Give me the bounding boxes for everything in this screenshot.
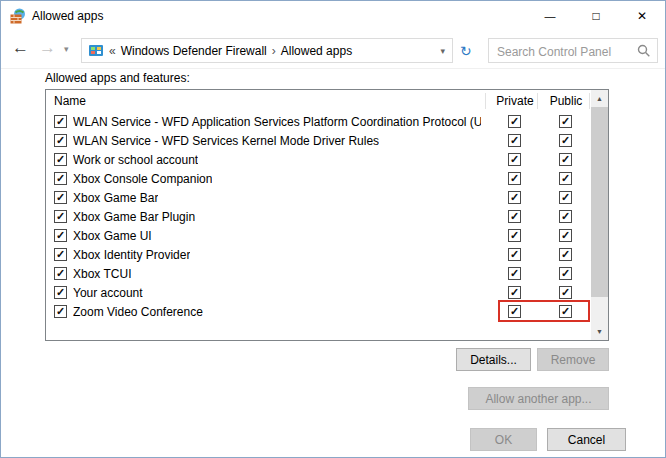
app-name-label: Xbox Game Bar [73,191,158,205]
column-header-name[interactable]: Name [54,94,86,108]
allowed-apps-window: Allowed apps — □ ✕ ← → ▾ « Windows Defen… [0,0,666,458]
maximize-button[interactable]: □ [573,1,619,31]
firewall-app-icon [10,8,26,24]
app-name-label: Work or school account [73,153,198,167]
app-enabled-checkbox[interactable]: ✓ [54,172,67,185]
allow-another-app-button[interactable]: Allow another app... [468,387,609,410]
list-item[interactable]: ✓ Xbox Identity Provider ✓ ✓ [46,245,591,264]
public-checkbox[interactable]: ✓ [559,305,572,318]
vertical-scrollbar[interactable]: ▲ ▼ [591,90,608,340]
refresh-icon[interactable]: ↻ [460,43,472,59]
list-item[interactable]: ✓ Xbox TCUI ✓ ✓ [46,264,591,283]
private-checkbox[interactable]: ✓ [508,248,521,261]
navigation-bar: ← → ▾ « Windows Defender Firewall › Allo… [1,31,665,69]
app-name-label: Xbox Game Bar Plugin [73,210,195,224]
public-checkbox[interactable]: ✓ [559,191,572,204]
public-checkbox[interactable]: ✓ [559,229,572,242]
private-checkbox[interactable]: ✓ [508,286,521,299]
scrollbar-thumb[interactable] [591,107,608,297]
app-name-label: Xbox Identity Provider [73,248,190,262]
close-button[interactable]: ✕ [619,1,665,31]
list-item[interactable]: ✓ WLAN Service - WFD Application Service… [46,112,591,131]
search-icon [637,44,651,58]
remove-button[interactable]: Remove [537,348,609,371]
scroll-down-icon[interactable]: ▼ [591,323,608,340]
private-checkbox[interactable]: ✓ [508,191,521,204]
app-enabled-checkbox[interactable]: ✓ [54,248,67,261]
search-box [488,38,658,63]
public-checkbox[interactable]: ✓ [559,153,572,166]
breadcrumb-icon [88,43,104,59]
list-item[interactable]: ✓ WLAN Service - WFD Services Kernel Mod… [46,131,591,150]
public-checkbox[interactable]: ✓ [559,172,572,185]
public-checkbox[interactable]: ✓ [559,115,572,128]
private-checkbox[interactable]: ✓ [508,229,521,242]
public-checkbox[interactable]: ✓ [559,134,572,147]
app-enabled-checkbox[interactable]: ✓ [54,191,67,204]
app-name-label: WLAN Service - WFD Services Kernel Mode … [73,134,379,148]
section-label: Allowed apps and features: [45,71,190,85]
column-header-public[interactable]: Public [540,94,592,108]
title-bar[interactable]: Allowed apps — □ ✕ [1,1,665,31]
list-item[interactable]: ✓ Xbox Game UI ✓ ✓ [46,226,591,245]
public-checkbox[interactable]: ✓ [559,248,572,261]
breadcrumb-dropdown-icon[interactable]: ▾ [440,46,445,56]
list-item[interactable]: ✓ Xbox Game Bar ✓ ✓ [46,188,591,207]
breadcrumb-item-firewall[interactable]: Windows Defender Firewall [121,44,267,58]
public-checkbox[interactable]: ✓ [559,210,572,223]
app-name-label: Zoom Video Conference [73,305,203,319]
app-name-label: Xbox Console Companion [73,172,212,186]
private-checkbox[interactable]: ✓ [508,172,521,185]
list-item[interactable]: ✓ Xbox Console Companion ✓ ✓ [46,169,591,188]
app-enabled-checkbox[interactable]: ✓ [54,153,67,166]
app-enabled-checkbox[interactable]: ✓ [54,286,67,299]
private-checkbox[interactable]: ✓ [508,115,521,128]
breadcrumb[interactable]: « Windows Defender Firewall › Allowed ap… [81,38,453,63]
cancel-button[interactable]: Cancel [547,428,626,451]
ok-button[interactable]: OK [470,428,537,451]
app-name-label: Xbox TCUI [73,267,131,281]
private-checkbox[interactable]: ✓ [508,153,521,166]
app-enabled-checkbox[interactable]: ✓ [54,115,67,128]
history-dropdown-icon[interactable]: ▾ [64,44,69,54]
app-enabled-checkbox[interactable]: ✓ [54,267,67,280]
column-divider [589,93,590,109]
list-item[interactable]: ✓ Work or school account ✓ ✓ [46,150,591,169]
app-enabled-checkbox[interactable]: ✓ [54,134,67,147]
forward-button[interactable]: → [39,38,56,58]
breadcrumb-overflow-icon[interactable]: « [109,44,116,58]
app-name-label: Your account [73,286,143,300]
private-checkbox[interactable]: ✓ [508,267,521,280]
column-divider [537,93,538,109]
list-item[interactable]: ✓ Xbox Game Bar Plugin ✓ ✓ [46,207,591,226]
details-button[interactable]: Details... [456,348,531,371]
app-name-label: Xbox Game UI [73,229,152,243]
app-enabled-checkbox[interactable]: ✓ [54,305,67,318]
back-button[interactable]: ← [12,38,29,58]
window-title: Allowed apps [32,9,103,23]
public-checkbox[interactable]: ✓ [559,286,572,299]
column-header-private[interactable]: Private [489,94,541,108]
allowed-apps-list: Name Private Public ✓ WLAN Service - WFD… [45,89,609,341]
list-item[interactable]: ✓ Your account ✓ ✓ [46,283,591,302]
breadcrumb-item-allowed-apps[interactable]: Allowed apps [281,44,352,58]
breadcrumb-separator-icon: › [272,44,276,58]
private-checkbox[interactable]: ✓ [508,305,521,318]
list-item[interactable]: ✓ Zoom Video Conference ✓ ✓ [46,302,591,321]
app-list-rows: ✓ WLAN Service - WFD Application Service… [46,112,591,340]
private-checkbox[interactable]: ✓ [508,134,521,147]
scroll-up-icon[interactable]: ▲ [591,90,608,107]
list-header: Name Private Public [46,90,608,112]
app-enabled-checkbox[interactable]: ✓ [54,210,67,223]
column-divider [485,93,486,109]
search-input[interactable] [495,41,637,62]
app-name-label: WLAN Service - WFD Application Services … [73,115,481,129]
app-enabled-checkbox[interactable]: ✓ [54,229,67,242]
private-checkbox[interactable]: ✓ [508,210,521,223]
public-checkbox[interactable]: ✓ [559,267,572,280]
minimize-button[interactable]: — [527,1,573,31]
